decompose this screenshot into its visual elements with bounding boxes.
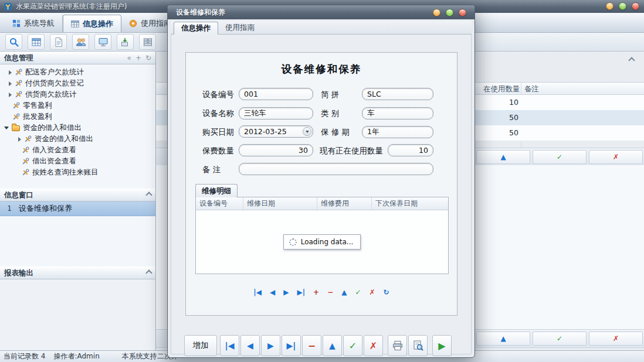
pinyin-field[interactable] (362, 88, 433, 100)
grid-column-repair-date[interactable]: 维修日期 (243, 197, 317, 210)
grid-edit-button[interactable]: ▲ (341, 288, 347, 296)
dialog-tab-user-guide[interactable]: 使用指南 (218, 21, 262, 34)
expand-icon[interactable] (18, 137, 21, 142)
dialog-tab-information-operations[interactable]: 信息操作 (174, 22, 218, 35)
grid-refresh-button[interactable]: ↻ (384, 288, 389, 296)
next-record-button[interactable]: ▶ (261, 335, 280, 356)
purchase-date-input[interactable] (239, 125, 313, 138)
main-window-title: 水果蔬菜经销管理系统(非注册用户) (16, 2, 127, 12)
device-name-field[interactable] (239, 107, 313, 119)
grid-last-button[interactable]: ▶| (297, 288, 305, 296)
export-toolbar-button[interactable] (117, 34, 134, 50)
dialog-maximize-button[interactable] (446, 9, 453, 16)
dialog-minimize-button[interactable] (433, 9, 440, 16)
grid-prev-button[interactable]: ◀ (270, 288, 275, 296)
collapse-left-icon[interactable]: « (127, 54, 131, 62)
warranty-input[interactable] (362, 126, 433, 138)
close-button[interactable] (632, 2, 639, 10)
delete-record-button[interactable]: − (302, 335, 321, 356)
cancel-record-button[interactable]: ✗ (364, 335, 383, 356)
category-field[interactable] (362, 107, 433, 119)
grid-post-button[interactable]: ✓ (355, 288, 361, 296)
edit-button[interactable]: ▲ (476, 332, 530, 346)
column-header-remark[interactable]: 备注 (524, 84, 539, 94)
collapse-expanded-icon[interactable] (4, 127, 9, 129)
tab-information-operations[interactable]: 信息操作 (63, 15, 121, 32)
category-input[interactable] (362, 107, 433, 119)
info-window-item-selected[interactable]: 1 设备维修和保养 (0, 202, 155, 216)
column-header-in-use-qty[interactable]: 在使用数量 (483, 84, 520, 94)
tab-maintenance-detail[interactable]: 维修明细 (195, 184, 238, 197)
premium-qty-field[interactable] (239, 144, 313, 156)
search-toolbar-button[interactable] (5, 34, 22, 50)
in-use-qty-input[interactable] (388, 144, 433, 156)
tree-item[interactable]: 借出资金查看 (0, 156, 155, 167)
prev-record-button[interactable]: ◀ (240, 335, 260, 356)
refresh-icon[interactable]: ↻ (145, 54, 151, 62)
expand-icon[interactable] (9, 93, 12, 97)
add-button[interactable]: 增加 (184, 335, 217, 356)
tree-folder[interactable]: 资金的借入和借出 (0, 122, 155, 134)
expand-icon[interactable] (9, 81, 12, 86)
in-use-qty-field[interactable] (388, 144, 433, 156)
remark-input[interactable] (239, 163, 433, 175)
minimize-button[interactable] (606, 2, 614, 10)
table-toolbar-button[interactable] (28, 34, 45, 50)
tree-item[interactable]: 批发盈利 (0, 111, 155, 122)
tree-item[interactable]: 借入资金查看 (0, 145, 155, 156)
post-button[interactable]: ✓ (533, 150, 587, 164)
device-no-input[interactable] (239, 88, 313, 100)
document-toolbar-button[interactable] (50, 34, 67, 50)
tree-item[interactable]: 付供货商欠款登记 (0, 78, 155, 89)
print-button[interactable] (388, 335, 407, 356)
print-preview-button[interactable] (408, 335, 428, 356)
grid-next-button[interactable]: ▶ (283, 288, 289, 296)
last-record-button[interactable]: ▶| (282, 335, 301, 356)
first-record-button[interactable]: |◀ (220, 335, 239, 356)
printer-icon (392, 340, 404, 351)
grid-cancel-button[interactable]: ✗ (370, 288, 375, 296)
tree-item[interactable]: 配送客户欠款统计 (0, 67, 155, 78)
tree-item-label: 批发盈利 (23, 112, 52, 122)
purchase-date-dropdown-button[interactable] (303, 127, 311, 136)
edit-record-button[interactable]: ▲ (323, 335, 342, 356)
premium-qty-input[interactable] (239, 144, 313, 156)
post-record-button[interactable]: ✓ (343, 335, 362, 356)
device-no-field[interactable] (239, 88, 313, 100)
tree-item-label: 按姓名查询往来账目 (32, 168, 99, 177)
grid-first-button[interactable]: |◀ (253, 288, 262, 296)
maximize-button[interactable] (619, 2, 626, 10)
expand-icon[interactable] (9, 70, 12, 75)
remark-field[interactable] (239, 163, 433, 175)
post-button[interactable]: ✓ (533, 332, 587, 346)
dialog-close-button[interactable] (459, 9, 466, 16)
tree-item[interactable]: 按姓名查询往来账目 (0, 167, 155, 178)
device-name-input[interactable] (239, 107, 313, 119)
monitor-toolbar-button[interactable] (94, 34, 111, 50)
grid-delete-button[interactable]: − (327, 288, 333, 296)
grid-column-next-maintenance-date[interactable]: 下次保养日期 (372, 197, 448, 210)
archive-toolbar-button[interactable] (139, 34, 156, 50)
document-icon (53, 37, 64, 47)
panel-collapse-button[interactable] (626, 56, 637, 64)
category-label: 类 别 (321, 108, 339, 119)
users-toolbar-button[interactable] (72, 34, 89, 50)
add-icon[interactable]: + (135, 54, 141, 62)
tree-item-label: 付供货商欠款登记 (25, 78, 84, 88)
edit-button[interactable]: ▲ (476, 150, 530, 164)
grid-column-repair-cost[interactable]: 维修费用 (317, 197, 372, 210)
collapse-section-button[interactable] (147, 271, 151, 275)
tree-item[interactable]: 供货商欠款统计 (0, 89, 155, 100)
tab-system-navigation[interactable]: 系统导航 (5, 15, 63, 32)
tree-item[interactable]: 资金的借入和借出 (0, 134, 155, 145)
grid-column-device-no[interactable]: 设备编号 (196, 197, 243, 210)
pinyin-input[interactable] (362, 88, 433, 100)
purchase-date-field[interactable] (239, 125, 313, 138)
tree-item[interactable]: 零售盈利 (0, 100, 155, 111)
collapse-section-button[interactable] (147, 193, 151, 197)
warranty-field[interactable] (362, 125, 433, 138)
cancel-button[interactable]: ✗ (589, 150, 643, 164)
grid-insert-button[interactable]: + (313, 288, 319, 296)
cancel-button[interactable]: ✗ (589, 332, 643, 346)
run-button[interactable]: ▶ (432, 335, 452, 356)
